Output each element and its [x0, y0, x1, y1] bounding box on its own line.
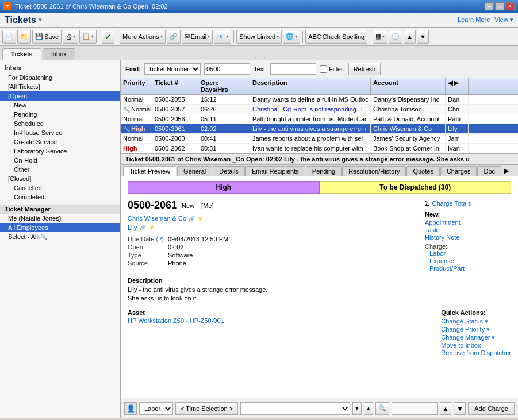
sidebar-item-onsite[interactable]: On-site Service [0, 137, 120, 147]
tab-doc[interactable]: Doc [477, 166, 501, 176]
globe-button[interactable]: 🌐 ▾ [283, 30, 300, 44]
asset-value-link[interactable]: HP Workstation Z50 - HP-Z50-001 [128, 317, 224, 324]
find-select[interactable]: Ticket Number [144, 63, 201, 75]
nav-right-icon[interactable]: ▶ [454, 79, 458, 93]
appointment-link[interactable]: Appointment [425, 219, 511, 226]
email-button[interactable]: ✉ Email ▾ [182, 30, 213, 44]
sidebar-item-other[interactable]: Other [0, 165, 120, 174]
tab-inbox[interactable]: Inbox [43, 48, 75, 60]
time-up-button[interactable]: ▴ [364, 402, 373, 415]
minimize-button[interactable]: ─ [485, 2, 494, 10]
tab-details[interactable]: Details [213, 166, 245, 176]
tab-pending[interactable]: Pending [306, 166, 342, 176]
labor-select[interactable]: Labor [139, 402, 173, 415]
tab-ticket-preview[interactable]: Ticket Preview [123, 166, 176, 176]
change-priority-link[interactable]: Change Priority ▾ [441, 326, 511, 333]
task-link[interactable]: Task [425, 226, 511, 233]
sidebar-item-cancelled[interactable]: Cancelled [0, 183, 120, 192]
tab-email-recipients[interactable]: Email Recipients [245, 166, 305, 176]
maximize-button[interactable]: □ [495, 2, 504, 10]
pdf-button[interactable]: 📋 ▾ [79, 30, 97, 44]
time-detail-select[interactable] [240, 402, 350, 415]
sidebar-item-me[interactable]: Me (Natalie Jones) [0, 214, 120, 223]
down-button[interactable]: ▼ [417, 30, 429, 44]
cell-open: 06:26 [198, 105, 250, 114]
more-actions-button[interactable]: More Actions ▾ [120, 30, 166, 44]
inner-tab-right-arrow[interactable]: ▶ [502, 166, 511, 176]
show-linked-button[interactable]: Show Linked ▾ [236, 30, 282, 44]
contact-row: Lily 🔗 ⚡ [128, 224, 425, 231]
tab-quotes[interactable]: Quotes [406, 166, 439, 176]
cell-priority: Normal [121, 95, 152, 104]
table-row[interactable]: Normal 0500-2060 00:41 James reports abo… [121, 134, 518, 144]
sidebar-item-inhouse[interactable]: In-House Service [0, 128, 120, 137]
spell-check-button[interactable]: ABC Check Spelling [305, 30, 367, 44]
remove-from-dispatcher-link[interactable]: Remove from Dispatcher [441, 349, 511, 356]
table-row[interactable]: 🔧 High 0500-2061 02:02 Lily - the anti v… [121, 124, 518, 134]
clock-button[interactable]: 🕐 [389, 30, 402, 44]
search-time-button[interactable]: 🔍 [375, 402, 389, 415]
find-input[interactable] [204, 63, 250, 75]
sidebar-item-for-dispatching[interactable]: For Dispatching [0, 73, 120, 82]
search-icon[interactable]: 🔍 [40, 234, 47, 240]
expense-link[interactable]: Expense [429, 257, 511, 264]
open-button[interactable]: 📁 [17, 30, 31, 44]
new-button[interactable]: 📄 [2, 30, 16, 44]
sidebar-item-open[interactable]: [Open] [0, 91, 120, 101]
nav-left-icon[interactable]: ◀ [448, 79, 452, 93]
table-row[interactable]: High 0500-2062 00:31 Ivan wants to repla… [121, 144, 518, 153]
contact-link[interactable]: Lily [128, 224, 137, 231]
progress-down-button[interactable]: ▼ [454, 402, 466, 415]
sidebar-item-all-tickets[interactable]: [All Tickets] [0, 82, 120, 91]
add-charge-button[interactable]: Add Charge [468, 402, 515, 415]
view-link[interactable]: View ▾ [494, 16, 513, 24]
sidebar-item-closed[interactable]: [Closed] [0, 174, 120, 183]
cell-extra: Patti [446, 114, 469, 124]
sidebar-item-lab[interactable]: Laboratory Service [0, 147, 120, 156]
print-button[interactable]: 🖨 ▾ [63, 30, 78, 44]
table-row[interactable]: Normal 0500-2056 05:11 Patti bought a pr… [121, 114, 518, 124]
time-selection-button[interactable]: < Time Selection > [175, 402, 238, 415]
close-button[interactable]: ✕ [505, 2, 515, 10]
app-title-arrow[interactable]: ▾ [39, 17, 41, 23]
check-button[interactable]: ✔ [102, 30, 114, 44]
labor-link[interactable]: Labor [429, 250, 511, 257]
sidebar-item-onhold[interactable]: On-Hold [0, 156, 120, 165]
table-row[interactable]: Normal 0500-2055 16:12 Danny wants to de… [121, 95, 518, 105]
email2-button[interactable]: 📧 ▾ [214, 30, 231, 44]
cell-extra: Dan [446, 95, 469, 104]
tab-resolution-history[interactable]: Resolution/History [342, 166, 406, 176]
sidebar-item-all-employees[interactable]: All Employees [0, 223, 120, 232]
progress-up-button[interactable]: ▲ [440, 402, 452, 415]
learn-more-link[interactable]: Learn More [458, 16, 490, 24]
move-to-inbox-link[interactable]: Move to Inbox [441, 342, 511, 349]
change-manager-link[interactable]: Change Manager ▾ [441, 334, 511, 341]
time-down-button[interactable]: ▾ [352, 402, 362, 415]
table-row[interactable]: 🔧 Normal 0500-2057 06:26 Christina - Cd-… [121, 105, 518, 114]
text-input[interactable] [270, 63, 316, 75]
tab-charges[interactable]: Charges [440, 166, 477, 176]
company-link[interactable]: Chris Wiseman & Co [128, 215, 186, 222]
linked-icon-button[interactable]: 🔗 [167, 30, 181, 44]
sidebar-item-select-all[interactable]: Select - All 🔍 [0, 232, 120, 241]
filter-checkbox[interactable] [320, 65, 327, 73]
tab-tickets[interactable]: Tickets [2, 48, 41, 60]
sidebar-item-completed[interactable]: Completed [0, 192, 120, 202]
app-icon: T [3, 2, 11, 10]
cell-desc: Danny wants to define a rull in MS Outlo… [250, 95, 371, 104]
sidebar-item-scheduled[interactable]: Scheduled [0, 119, 120, 128]
change-status-link[interactable]: Change Status ▾ [441, 318, 511, 325]
sidebar-item-pending[interactable]: Pending [0, 110, 120, 119]
tab-general[interactable]: General [177, 166, 212, 176]
product-link[interactable]: Product/Part [429, 265, 511, 272]
grid-icon: ▦ [375, 33, 381, 40]
grid-button[interactable]: ▦ ▾ [373, 30, 387, 44]
cell-ticket: 0500-2060 [152, 134, 198, 143]
history-note-link[interactable]: History Note [425, 234, 511, 241]
refresh-button[interactable]: Refresh [348, 63, 381, 75]
cell-extra: Chri [446, 105, 469, 114]
charge-totals-link[interactable]: Charge Totals [432, 200, 471, 207]
up-button[interactable]: ▲ [404, 30, 416, 44]
sidebar-item-new[interactable]: New [0, 101, 120, 110]
save-button[interactable]: 💾 Save [32, 30, 62, 44]
